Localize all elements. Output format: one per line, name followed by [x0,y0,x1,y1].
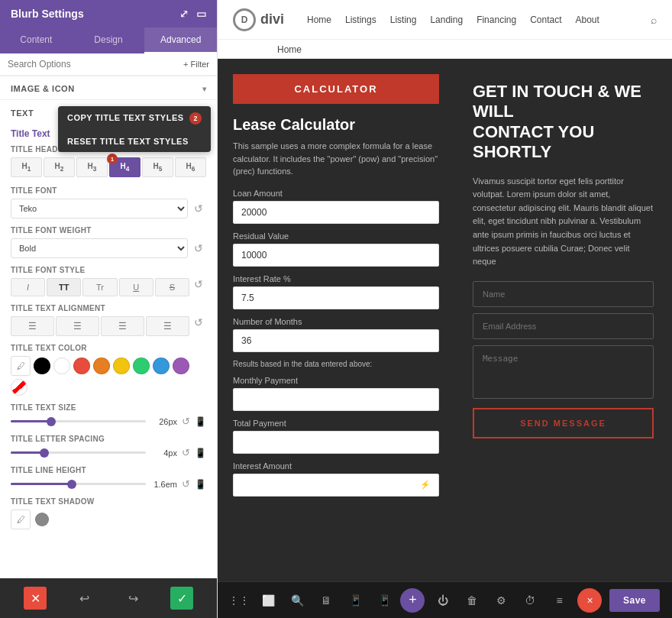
line-height-reset-btn[interactable]: ↺ [182,478,190,490]
more-tool[interactable]: ≡ [548,590,570,611]
interest-amount-label: Interest Amount [233,461,439,471]
cancel-button[interactable]: ✕ [24,587,47,610]
size-reset-btn[interactable]: ↺ [182,416,190,427]
heading-h6-btn[interactable]: H6 [175,157,206,177]
settings-tool[interactable]: ⚙ [490,590,512,611]
shadow-color-swatch[interactable] [35,513,49,526]
color-swatch-orange[interactable] [93,358,110,374]
heading-h5-btn[interactable]: H5 [142,157,173,177]
heading-h1-btn[interactable]: H1 [11,157,42,177]
tablet-view-tool[interactable]: 📱 [346,591,364,610]
align-center-btn[interactable]: ☰ [56,316,99,336]
color-swatch-transparent[interactable] [11,379,27,396]
style-underline-btn[interactable]: U [119,278,153,296]
color-picker-btn[interactable]: 🖊 [11,356,31,376]
font-style-row: I TT Tr U S ↺ [11,278,206,296]
size-device-btn[interactable]: 📱 [195,416,206,427]
font-select[interactable]: Teko [11,199,188,218]
nav-link-about[interactable]: About [576,15,599,25]
undo-button[interactable]: ↩ [73,587,95,610]
tab-content[interactable]: Content [0,28,73,53]
nav-search-icon[interactable]: ⌕ [651,14,657,26]
style-italic-btn[interactable]: I [11,278,45,296]
spacing-slider[interactable] [11,451,146,454]
expand-icon[interactable]: ⤢ [179,8,189,20]
nav-link-financing[interactable]: Financing [477,15,516,25]
color-swatch-white[interactable] [53,358,70,374]
contact-name-input[interactable] [473,281,654,307]
tooltip-copy-styles[interactable]: Copy Title Text Styles 2 [58,106,211,131]
section-image-icon[interactable]: Image & Icon ▾ [0,76,217,99]
font-weight-reset-btn[interactable]: ↺ [191,242,206,254]
spacing-reset-btn[interactable]: ↺ [182,447,190,458]
tab-advanced[interactable]: Advanced [144,28,217,53]
heading-h4-btn[interactable]: 1 H4 [109,157,141,177]
tooltip-menu: Copy Title Text Styles 2 Reset Title Tex… [58,106,211,152]
font-weight-select[interactable]: Bold [11,238,188,258]
tab-design[interactable]: Design [73,28,145,53]
wireframe-tool[interactable]: ⋮⋮ [230,591,248,610]
logo-text: divi [260,11,284,28]
builder-bottom-toolbar: ⋮⋮ ⬜ 🔍 🖥 📱 📱 + ⏻ 🗑 ⚙ ⏱ ≡ × Save [218,581,672,618]
font-style-reset-btn[interactable]: ↺ [191,278,206,296]
nav-link-landing[interactable]: Landing [430,15,463,25]
nav-link-home-secondary[interactable]: Home [277,44,302,55]
residual-value-input[interactable]: 10000 [233,244,439,267]
line-height-slider[interactable] [11,483,146,485]
color-swatch-purple[interactable] [173,358,189,374]
shadow-color-btn[interactable]: 🖊 [11,510,31,529]
send-message-button[interactable]: SEND MESSAGE [473,408,654,438]
close-module-button[interactable]: × [577,588,602,613]
nav-link-contact[interactable]: Contact [530,15,561,25]
months-input[interactable]: 36 [233,329,439,352]
contact-email-input[interactable] [473,313,654,339]
power-tool[interactable]: ⏻ [432,590,454,611]
line-height-device-btn[interactable]: 📱 [195,479,206,490]
color-swatch-black[interactable] [34,358,50,374]
alignment-label: Title Text Alignment [11,304,206,312]
nav-link-listings[interactable]: Listings [345,15,376,25]
builder-tools-left: ⋮⋮ ⬜ 🔍 🖥 📱 📱 [230,591,393,610]
heading-h3-btn[interactable]: H3 [76,157,108,177]
style-strikethrough-btn[interactable]: S [155,278,189,296]
style-uppercase-btn[interactable]: TT [47,278,81,296]
mobile-view-tool[interactable]: 📱 [375,591,393,610]
search-input[interactable] [8,59,179,70]
title-text-label: Title Text [11,128,50,139]
align-left-btn[interactable]: ☰ [11,316,54,336]
tooltip-reset-styles[interactable]: Reset Title Text Styles [58,131,211,152]
add-module-button[interactable]: + [400,588,425,613]
delete-tool[interactable]: 🗑 [461,590,483,611]
heading-h2-btn[interactable]: H2 [44,157,75,177]
color-swatch-blue[interactable] [153,358,170,374]
history-tool[interactable]: ⏱ [519,590,541,611]
desktop-view-tool[interactable]: 🖥 [317,591,335,610]
filter-button[interactable]: + Filter [183,60,209,69]
color-swatch-yellow[interactable] [113,358,130,374]
save-button[interactable]: Save [609,589,660,612]
nav-bar: D divi Home Listings Listing Landing Fin… [218,0,672,40]
size-slider[interactable] [11,420,146,422]
align-justify-btn[interactable]: ☰ [146,316,189,336]
nav-link-home[interactable]: Home [307,15,331,25]
layout-tool[interactable]: ⬜ [259,591,277,610]
font-reset-btn[interactable]: ↺ [191,202,206,215]
spacing-device-btn[interactable]: 📱 [195,448,206,458]
style-capitalize-btn[interactable]: Tr [82,278,117,296]
interest-rate-label: Interest Rate % [233,274,439,283]
alignment-reset-btn[interactable]: ↺ [191,316,206,336]
redo-button[interactable]: ↪ [121,587,144,610]
confirm-button[interactable]: ✓ [170,587,193,610]
search-tool[interactable]: 🔍 [288,591,306,610]
color-swatch-green[interactable] [133,358,150,374]
nav-link-listing[interactable]: Listing [390,15,417,25]
nav-links-row1: Home Listings Listing Landing Financing … [307,15,599,25]
loan-amount-input[interactable]: 20000 [233,201,439,224]
alignment-section: Title Text Alignment ☰ ☰ ☰ ☰ ↺ [11,304,206,336]
font-weight-section: Title Font Weight Bold ↺ [11,226,206,258]
contact-message-input[interactable] [473,345,654,399]
interest-rate-input[interactable]: 7.5 [233,286,439,309]
color-swatch-red[interactable] [73,358,90,374]
align-right-btn[interactable]: ☰ [101,316,144,336]
window-icon[interactable]: ▭ [196,8,206,20]
